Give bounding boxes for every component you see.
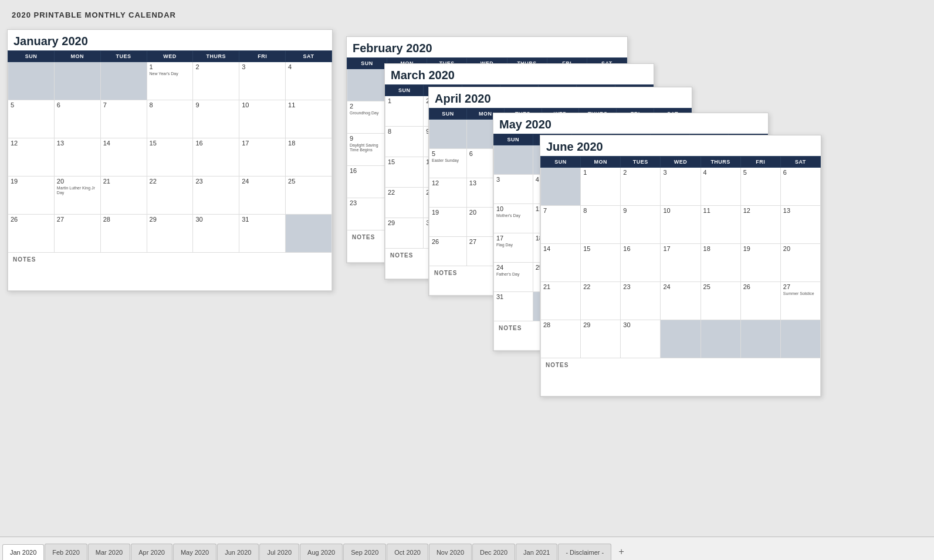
tab-nov-2020[interactable]: Nov 2020 bbox=[429, 544, 472, 560]
tab-dec-2020[interactable]: Dec 2020 bbox=[472, 544, 515, 560]
table-row bbox=[740, 320, 780, 358]
table-row: 26 bbox=[429, 237, 467, 266]
table-row: 9 bbox=[193, 100, 239, 138]
table-row: 7 bbox=[541, 206, 581, 244]
table-row: 19 bbox=[429, 208, 467, 237]
table-row: 8 bbox=[581, 206, 621, 244]
table-row: 11 bbox=[700, 206, 740, 244]
february-title: February 2020 bbox=[347, 37, 627, 57]
table-row bbox=[347, 69, 387, 101]
tab-aug-2020[interactable]: Aug 2020 bbox=[300, 544, 343, 560]
table-row: 24Father's Day bbox=[494, 263, 533, 292]
tab-sep-2020[interactable]: Sep 2020 bbox=[343, 544, 386, 560]
tab-jan-2020[interactable]: Jan 2020 bbox=[2, 544, 44, 560]
table-row: 8 bbox=[385, 127, 424, 157]
table-row: 31 bbox=[239, 215, 286, 253]
jan-header-sat: SAT bbox=[286, 51, 332, 62]
january-grid: SUN MON TUES WED THURS FRI SAT 1New Year… bbox=[8, 50, 332, 291]
table-row: 5 bbox=[8, 100, 55, 138]
tab-feb-2020[interactable]: Feb 2020 bbox=[45, 544, 87, 560]
table-row: 20Martin Luther King Jr Day bbox=[54, 177, 100, 215]
notes-row: NOTES bbox=[8, 253, 332, 291]
notes-row: NOTES bbox=[541, 358, 821, 396]
jun-header-sat: SAT bbox=[780, 157, 820, 168]
table-row: 17 bbox=[661, 244, 700, 282]
table-row: 2 bbox=[621, 168, 661, 206]
table-row: 17Flag Day bbox=[494, 233, 533, 263]
table-row: 23 bbox=[347, 198, 387, 230]
table-row: 7 8 9 10 11 12 13 bbox=[541, 206, 821, 244]
table-row: 12 bbox=[740, 206, 780, 244]
table-row: 6 bbox=[54, 100, 100, 138]
jan-header-mon: MON bbox=[54, 51, 100, 62]
table-row: 8 bbox=[147, 100, 193, 138]
table-row: 1 bbox=[385, 96, 424, 127]
table-row: 14 bbox=[541, 244, 581, 282]
table-row bbox=[100, 62, 147, 100]
table-row bbox=[54, 62, 100, 100]
table-row: 18 bbox=[700, 244, 740, 282]
table-row: 11 bbox=[286, 100, 332, 138]
table-row: 5Easter Sunday bbox=[429, 149, 467, 178]
table-row: 19 bbox=[740, 244, 780, 282]
table-row: 2 bbox=[193, 62, 239, 100]
tab-apr-2020[interactable]: Apr 2020 bbox=[131, 544, 172, 560]
tab-disclaimer[interactable]: - Disclaimer - bbox=[558, 544, 611, 560]
jan-header-wed: WED bbox=[147, 51, 193, 62]
jan-header-sun: SUN bbox=[8, 51, 55, 62]
table-row: 3 bbox=[239, 62, 286, 100]
table-row bbox=[286, 215, 332, 253]
jun-header-thu: THURS bbox=[700, 157, 740, 168]
table-row bbox=[661, 320, 700, 358]
table-row: 12 bbox=[8, 138, 55, 177]
table-row: 13 bbox=[54, 138, 100, 177]
table-row: 22 bbox=[385, 188, 424, 218]
table-row: 12 bbox=[429, 178, 467, 208]
table-row bbox=[780, 320, 820, 358]
tab-mar-2020[interactable]: Mar 2020 bbox=[88, 544, 130, 560]
tab-oct-2020[interactable]: Oct 2020 bbox=[387, 544, 428, 560]
june-grid: SUN MON TUES WED THURS FRI SAT 1 2 3 4 5 bbox=[540, 156, 821, 396]
table-row: 5 bbox=[740, 168, 780, 206]
add-tab-button[interactable]: + bbox=[614, 545, 628, 559]
march-title: March 2020 bbox=[385, 64, 654, 84]
table-row: 4 bbox=[700, 168, 740, 206]
table-row: 22 bbox=[147, 177, 193, 215]
table-row: 19 bbox=[8, 177, 55, 215]
table-row: 30 bbox=[621, 320, 661, 358]
table-row: 10Mother's Day bbox=[494, 204, 533, 233]
table-row: 15 bbox=[385, 157, 424, 188]
table-row: 14 15 16 17 18 19 20 bbox=[541, 244, 821, 282]
table-row: 9 bbox=[621, 206, 661, 244]
table-row: 18 bbox=[286, 138, 332, 177]
table-row: 16 bbox=[347, 166, 387, 198]
table-row: 10 bbox=[661, 206, 700, 244]
notes-cell: NOTES bbox=[541, 358, 821, 396]
jan-header-tue: TUES bbox=[100, 51, 147, 62]
table-row: 6 bbox=[780, 168, 820, 206]
table-row: 30 bbox=[193, 215, 239, 253]
june-title: June 2020 bbox=[540, 135, 821, 156]
april-title: April 2020 bbox=[429, 87, 692, 108]
tab-jan-2021[interactable]: Jan 2021 bbox=[516, 544, 557, 560]
tab-may-2020[interactable]: May 2020 bbox=[173, 544, 216, 560]
tab-jun-2020[interactable]: Jun 2020 bbox=[217, 544, 259, 560]
page-title: 2020 PRINTABLE MONTHLY CALENDAR bbox=[12, 11, 922, 19]
table-row: 20 bbox=[780, 244, 820, 282]
tab-jul-2020[interactable]: Jul 2020 bbox=[259, 544, 299, 560]
table-row: 21 22 23 24 25 26 27Summer Solstice bbox=[541, 282, 821, 320]
table-row: 14 bbox=[100, 138, 147, 177]
table-row: 17 bbox=[239, 138, 286, 177]
table-row: 29 bbox=[581, 320, 621, 358]
table-row bbox=[8, 62, 55, 100]
tab-bar: Jan 2020 Feb 2020 Mar 2020 Apr 2020 May … bbox=[0, 537, 934, 560]
table-row: 24 bbox=[661, 282, 700, 320]
table-row: 27Summer Solstice bbox=[780, 282, 820, 320]
jun-header-mon: MON bbox=[581, 157, 621, 168]
table-row bbox=[494, 145, 533, 175]
table-row: 27 bbox=[54, 215, 100, 253]
table-row: 22 bbox=[581, 282, 621, 320]
table-row: 23 bbox=[621, 282, 661, 320]
table-row bbox=[541, 168, 581, 206]
jan-header-fri: FRI bbox=[239, 51, 286, 62]
